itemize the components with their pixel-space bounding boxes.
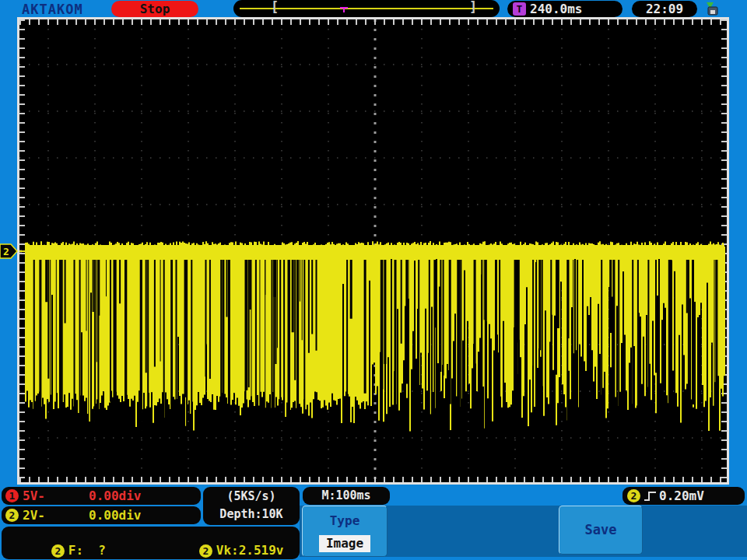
trigger-source-badge: 2 xyxy=(627,489,640,502)
channel2-offset: 0.00div xyxy=(89,506,141,524)
acquisition-info-box: (5KS/s) Depth:10K xyxy=(203,487,300,525)
sample-rate: (5KS/s) xyxy=(203,488,300,506)
channel1-status-row[interactable]: 1 5V- 0.00div xyxy=(2,487,201,505)
trigger-time-pill: T 240.0ms xyxy=(507,1,622,17)
brand-logo: AKTAKOM xyxy=(22,2,83,17)
measurement-duty: 2+D:96.0% xyxy=(6,544,128,560)
channel1-scale: 5V- xyxy=(23,487,45,505)
save-button[interactable]: Save xyxy=(559,506,643,555)
channel2-position-marker[interactable]: 2 xyxy=(0,243,19,262)
channel2-badge: 2 xyxy=(5,509,19,522)
measurements-box: 2F: ? 2Vk:2.519v 2+D:96.0% 2V:-1.064v xyxy=(2,527,300,559)
trigger-time-value: 240.0ms xyxy=(530,1,582,17)
menu-title: Type xyxy=(303,513,387,528)
channel1-badge: 1 xyxy=(5,489,19,502)
rising-edge-icon xyxy=(643,490,658,506)
measurement-vmean: 2V:-1.064v xyxy=(154,544,284,560)
trigger-level-value: 0.20mV xyxy=(659,487,704,505)
channel1-offset: 0.00div xyxy=(89,487,141,505)
channel2-status-row[interactable]: 2 2V- 0.00div xyxy=(2,506,201,524)
window-bracket-right: ] xyxy=(469,0,477,15)
channel2-marker-label: 2 xyxy=(3,246,9,257)
trigger-t-icon: T xyxy=(513,2,526,16)
oscilloscope-ui: AKTAKOM Stop [ ] T 240.0ms 22:09 2 1 xyxy=(0,0,747,560)
graticule-and-trace xyxy=(19,19,727,482)
window-bracket-left: [ xyxy=(271,0,279,15)
waveform-display xyxy=(17,17,729,485)
run-state-badge[interactable]: Stop xyxy=(111,1,198,17)
trigger-position-marker-icon xyxy=(339,2,349,16)
timebase-pill[interactable]: M:100ms xyxy=(303,487,390,505)
softmenu-panel: Type Image xyxy=(302,506,388,557)
menu-item-image[interactable]: Image xyxy=(319,535,370,552)
trigger-position-bar[interactable]: [ ] xyxy=(233,0,500,17)
channel2-scale: 2V- xyxy=(23,506,45,524)
trigger-level-pill[interactable]: 2 0.20mV xyxy=(622,487,745,505)
clock: 22:09 xyxy=(632,1,697,17)
memory-depth: Depth:10K xyxy=(203,506,300,523)
